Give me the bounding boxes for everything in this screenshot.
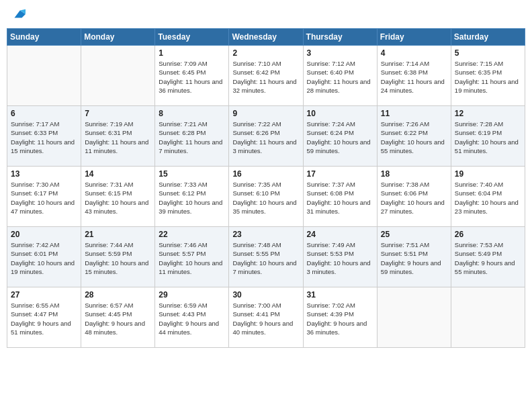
calendar-week-row: 20Sunrise: 7:42 AMSunset: 6:01 PMDayligh… bbox=[7, 227, 525, 287]
calendar-table: SundayMondayTuesdayWednesdayThursdayFrid… bbox=[7, 28, 525, 348]
calendar-day-cell: 22Sunrise: 7:46 AMSunset: 5:57 PMDayligh… bbox=[155, 227, 229, 287]
day-info: Sunrise: 7:26 AMSunset: 6:22 PMDaylight:… bbox=[381, 120, 447, 155]
day-number: 11 bbox=[381, 109, 447, 118]
day-info: Sunrise: 7:38 AMSunset: 6:06 PMDaylight:… bbox=[381, 180, 447, 216]
calendar-day-cell: 29Sunrise: 6:59 AMSunset: 4:43 PMDayligh… bbox=[155, 287, 229, 348]
day-of-week-header: Sunday bbox=[7, 29, 81, 46]
calendar-day-cell: 4Sunrise: 7:14 AMSunset: 6:38 PMDaylight… bbox=[377, 46, 451, 106]
calendar-day-cell: 8Sunrise: 7:21 AMSunset: 6:28 PMDaylight… bbox=[155, 106, 229, 167]
day-of-week-header: Saturday bbox=[451, 29, 525, 46]
day-info: Sunrise: 7:51 AMSunset: 5:51 PMDaylight:… bbox=[381, 240, 447, 276]
day-info: Sunrise: 7:42 AMSunset: 6:01 PMDaylight:… bbox=[11, 240, 77, 276]
day-number: 10 bbox=[307, 109, 373, 118]
day-info: Sunrise: 7:00 AMSunset: 4:41 PMDaylight:… bbox=[232, 301, 299, 336]
day-number: 17 bbox=[307, 169, 373, 179]
day-of-week-header: Monday bbox=[81, 29, 155, 46]
calendar-day-cell: 26Sunrise: 7:53 AMSunset: 5:49 PMDayligh… bbox=[451, 227, 525, 287]
day-info: Sunrise: 7:35 AMSunset: 6:10 PMDaylight:… bbox=[232, 180, 299, 216]
day-number: 31 bbox=[307, 290, 373, 300]
calendar-day-cell: 1Sunrise: 7:09 AMSunset: 6:45 PMDaylight… bbox=[155, 46, 229, 106]
day-number: 14 bbox=[85, 169, 151, 179]
day-number: 16 bbox=[232, 169, 299, 179]
calendar-day-cell: 21Sunrise: 7:44 AMSunset: 5:59 PMDayligh… bbox=[81, 227, 155, 287]
day-number: 28 bbox=[85, 290, 151, 300]
calendar-day-cell: 30Sunrise: 7:00 AMSunset: 4:41 PMDayligh… bbox=[229, 287, 303, 348]
calendar-day-cell: 17Sunrise: 7:37 AMSunset: 6:08 PMDayligh… bbox=[303, 167, 377, 227]
day-info: Sunrise: 6:55 AMSunset: 4:47 PMDaylight:… bbox=[11, 301, 77, 336]
day-number: 25 bbox=[381, 230, 447, 239]
day-number: 29 bbox=[159, 290, 225, 300]
day-number: 1 bbox=[159, 48, 225, 58]
calendar-day-cell: 25Sunrise: 7:51 AMSunset: 5:51 PMDayligh… bbox=[377, 227, 451, 287]
logo bbox=[9, 7, 27, 24]
calendar-day-cell: 16Sunrise: 7:35 AMSunset: 6:10 PMDayligh… bbox=[229, 167, 303, 227]
day-number: 23 bbox=[232, 230, 299, 239]
day-info: Sunrise: 7:10 AMSunset: 6:42 PMDaylight:… bbox=[232, 59, 299, 95]
day-number: 30 bbox=[232, 290, 299, 300]
calendar-day-cell: 28Sunrise: 6:57 AMSunset: 4:45 PMDayligh… bbox=[81, 287, 155, 348]
day-info: Sunrise: 7:44 AMSunset: 5:59 PMDaylight:… bbox=[85, 240, 151, 276]
calendar-day-cell: 12Sunrise: 7:28 AMSunset: 6:19 PMDayligh… bbox=[451, 106, 525, 167]
calendar-day-cell: 10Sunrise: 7:24 AMSunset: 6:24 PMDayligh… bbox=[303, 106, 377, 167]
page-header bbox=[7, 7, 525, 24]
day-number: 27 bbox=[11, 290, 77, 300]
day-info: Sunrise: 7:28 AMSunset: 6:19 PMDaylight:… bbox=[455, 120, 521, 155]
day-number: 15 bbox=[159, 169, 225, 179]
calendar-day-cell: 7Sunrise: 7:19 AMSunset: 6:31 PMDaylight… bbox=[81, 106, 155, 167]
day-of-week-header: Tuesday bbox=[155, 29, 229, 46]
day-info: Sunrise: 7:49 AMSunset: 5:53 PMDaylight:… bbox=[307, 240, 373, 276]
day-info: Sunrise: 7:30 AMSunset: 6:17 PMDaylight:… bbox=[11, 180, 77, 216]
day-number: 24 bbox=[307, 230, 373, 239]
day-number: 2 bbox=[232, 48, 299, 58]
day-info: Sunrise: 7:53 AMSunset: 5:49 PMDaylight:… bbox=[455, 240, 521, 276]
day-of-week-header: Friday bbox=[377, 29, 451, 46]
day-number: 20 bbox=[11, 230, 77, 239]
day-info: Sunrise: 7:12 AMSunset: 6:40 PMDaylight:… bbox=[307, 59, 373, 95]
day-number: 21 bbox=[85, 230, 151, 239]
day-info: Sunrise: 7:17 AMSunset: 6:33 PMDaylight:… bbox=[11, 120, 77, 155]
calendar-day-cell: 18Sunrise: 7:38 AMSunset: 6:06 PMDayligh… bbox=[377, 167, 451, 227]
day-number: 5 bbox=[455, 48, 521, 58]
day-number: 3 bbox=[307, 48, 373, 58]
calendar-day-cell: 2Sunrise: 7:10 AMSunset: 6:42 PMDaylight… bbox=[229, 46, 303, 106]
calendar-day-cell bbox=[81, 46, 155, 106]
calendar-week-row: 27Sunrise: 6:55 AMSunset: 4:47 PMDayligh… bbox=[7, 287, 525, 348]
calendar-day-cell: 15Sunrise: 7:33 AMSunset: 6:12 PMDayligh… bbox=[155, 167, 229, 227]
day-info: Sunrise: 7:37 AMSunset: 6:08 PMDaylight:… bbox=[307, 180, 373, 216]
day-info: Sunrise: 6:59 AMSunset: 4:43 PMDaylight:… bbox=[159, 301, 225, 336]
day-info: Sunrise: 7:02 AMSunset: 4:39 PMDaylight:… bbox=[307, 301, 373, 336]
calendar-day-cell bbox=[451, 287, 525, 348]
day-number: 26 bbox=[455, 230, 521, 239]
calendar-day-cell: 14Sunrise: 7:31 AMSunset: 6:15 PMDayligh… bbox=[81, 167, 155, 227]
day-info: Sunrise: 6:57 AMSunset: 4:45 PMDaylight:… bbox=[85, 301, 151, 336]
calendar-day-cell: 31Sunrise: 7:02 AMSunset: 4:39 PMDayligh… bbox=[303, 287, 377, 348]
day-info: Sunrise: 7:24 AMSunset: 6:24 PMDaylight:… bbox=[307, 120, 373, 155]
day-number: 13 bbox=[11, 169, 77, 179]
calendar-week-row: 13Sunrise: 7:30 AMSunset: 6:17 PMDayligh… bbox=[7, 167, 525, 227]
calendar-day-cell: 24Sunrise: 7:49 AMSunset: 5:53 PMDayligh… bbox=[303, 227, 377, 287]
calendar-day-cell bbox=[377, 287, 451, 348]
day-number: 8 bbox=[159, 109, 225, 118]
calendar-day-cell: 20Sunrise: 7:42 AMSunset: 6:01 PMDayligh… bbox=[7, 227, 81, 287]
day-info: Sunrise: 7:33 AMSunset: 6:12 PMDaylight:… bbox=[159, 180, 225, 216]
day-number: 12 bbox=[455, 109, 521, 118]
day-info: Sunrise: 7:14 AMSunset: 6:38 PMDaylight:… bbox=[381, 59, 447, 95]
day-info: Sunrise: 7:09 AMSunset: 6:45 PMDaylight:… bbox=[159, 59, 225, 95]
day-number: 18 bbox=[381, 169, 447, 179]
calendar-header-row: SundayMondayTuesdayWednesdayThursdayFrid… bbox=[7, 29, 525, 46]
day-info: Sunrise: 7:48 AMSunset: 5:55 PMDaylight:… bbox=[232, 240, 299, 276]
calendar-day-cell: 13Sunrise: 7:30 AMSunset: 6:17 PMDayligh… bbox=[7, 167, 81, 227]
calendar-day-cell: 11Sunrise: 7:26 AMSunset: 6:22 PMDayligh… bbox=[377, 106, 451, 167]
day-number: 19 bbox=[455, 169, 521, 179]
calendar-day-cell: 23Sunrise: 7:48 AMSunset: 5:55 PMDayligh… bbox=[229, 227, 303, 287]
day-of-week-header: Wednesday bbox=[229, 29, 303, 46]
day-info: Sunrise: 7:31 AMSunset: 6:15 PMDaylight:… bbox=[85, 180, 151, 216]
day-number: 9 bbox=[232, 109, 299, 118]
calendar-week-row: 1Sunrise: 7:09 AMSunset: 6:45 PMDaylight… bbox=[7, 46, 525, 106]
calendar-day-cell bbox=[7, 46, 81, 106]
day-info: Sunrise: 7:19 AMSunset: 6:31 PMDaylight:… bbox=[85, 120, 151, 155]
calendar-day-cell: 27Sunrise: 6:55 AMSunset: 4:47 PMDayligh… bbox=[7, 287, 81, 348]
day-info: Sunrise: 7:21 AMSunset: 6:28 PMDaylight:… bbox=[159, 120, 225, 155]
day-number: 22 bbox=[159, 230, 225, 239]
day-of-week-header: Thursday bbox=[303, 29, 377, 46]
